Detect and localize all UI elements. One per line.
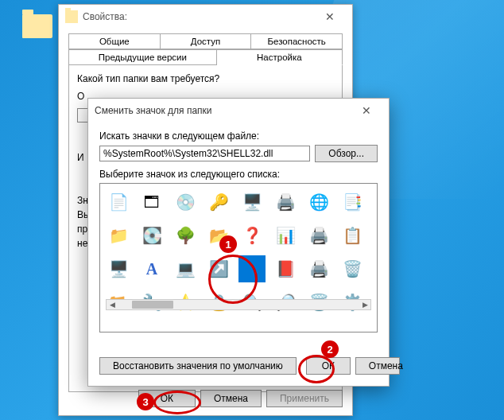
ok-button[interactable]: ОК bbox=[306, 357, 351, 375]
properties-title: Свойства: bbox=[83, 11, 314, 22]
grid-icon[interactable]: 🖥️ bbox=[105, 255, 132, 282]
restore-defaults-button[interactable]: Восстановить значения по умолчанию bbox=[99, 357, 297, 375]
close-icon[interactable]: ✕ bbox=[351, 99, 382, 122]
tab-customize[interactable]: Настройка bbox=[217, 49, 343, 65]
scroll-left-icon[interactable]: ◀ bbox=[107, 300, 118, 309]
grid-icon[interactable]: 🗑️ bbox=[339, 255, 366, 282]
cancel-button[interactable]: Отмена bbox=[200, 390, 262, 407]
grid-icon[interactable]: 📑 bbox=[339, 189, 366, 216]
apply-button: Применить bbox=[266, 390, 343, 407]
desktop-folder-icon[interactable] bbox=[22, 14, 52, 38]
scroll-thumb[interactable] bbox=[132, 301, 173, 309]
scroll-right-icon[interactable]: ▶ bbox=[359, 300, 370, 309]
grid-icon[interactable]: 📊 bbox=[272, 222, 299, 249]
properties-titlebar[interactable]: Свойства: ✕ bbox=[59, 5, 352, 29]
grid-icon[interactable]: 🌐 bbox=[305, 189, 332, 216]
icon-path-input[interactable] bbox=[99, 146, 310, 161]
tab-previous-versions[interactable]: Предыдущие версии bbox=[68, 49, 217, 65]
grid-icon[interactable]: A bbox=[138, 255, 165, 282]
search-file-label: Искать значки в следующем файле: bbox=[99, 130, 378, 142]
change-icon-titlebar[interactable]: Сменить значок для папки ✕ bbox=[88, 99, 389, 122]
grid-icon[interactable]: 💽 bbox=[138, 222, 165, 249]
grid-icon[interactable]: 📋 bbox=[339, 222, 366, 249]
grid-icon[interactable]: 📕 bbox=[272, 255, 299, 282]
close-icon[interactable]: ✕ bbox=[314, 6, 346, 28]
grid-icon[interactable]: ❓ bbox=[238, 222, 266, 249]
folder-icon bbox=[65, 10, 78, 23]
grid-icon[interactable]: 📄 bbox=[105, 189, 132, 216]
grid-icon[interactable]: 🖨️ bbox=[305, 255, 332, 282]
grid-icon[interactable]: 🖨️ bbox=[305, 222, 332, 249]
grid-icon[interactable]: 💿 bbox=[172, 189, 199, 216]
grid-icon[interactable]: 🗔 bbox=[138, 189, 165, 216]
grid-icon[interactable]: 🖥️ bbox=[238, 189, 266, 216]
grid-icon[interactable]: 🔑 bbox=[205, 189, 232, 216]
tab-sharing[interactable]: Доступ bbox=[161, 33, 252, 49]
grid-icon[interactable]: 🌳 bbox=[172, 222, 199, 249]
grid-icon[interactable]: 📁 bbox=[105, 222, 132, 249]
pick-icon-label: Выберите значок из следующего списка: bbox=[99, 169, 378, 180]
browse-button[interactable]: Обзор... bbox=[315, 145, 378, 162]
ok-button[interactable]: ОК bbox=[138, 390, 196, 407]
grid-icon[interactable]: ↗️ bbox=[205, 255, 232, 282]
folder-type-question: Какой тип папки вам требуется? bbox=[77, 73, 334, 84]
grid-icon[interactable]: 📂 bbox=[205, 222, 232, 249]
tab-general[interactable]: Общие bbox=[68, 33, 161, 49]
icon-grid-scrollbar[interactable]: ◀ ▶ bbox=[106, 299, 371, 310]
grid-icon[interactable]: 💻 bbox=[172, 255, 199, 282]
tab-security[interactable]: Безопасность bbox=[251, 33, 343, 49]
grid-icon-selected[interactable] bbox=[238, 255, 266, 282]
change-icon-title: Сменить значок для папки bbox=[95, 105, 351, 116]
cancel-button[interactable]: Отмена bbox=[355, 357, 400, 375]
change-icon-dialog: Сменить значок для папки ✕ Искать значки… bbox=[87, 98, 390, 387]
grid-icon[interactable]: 🖨️ bbox=[272, 189, 299, 216]
